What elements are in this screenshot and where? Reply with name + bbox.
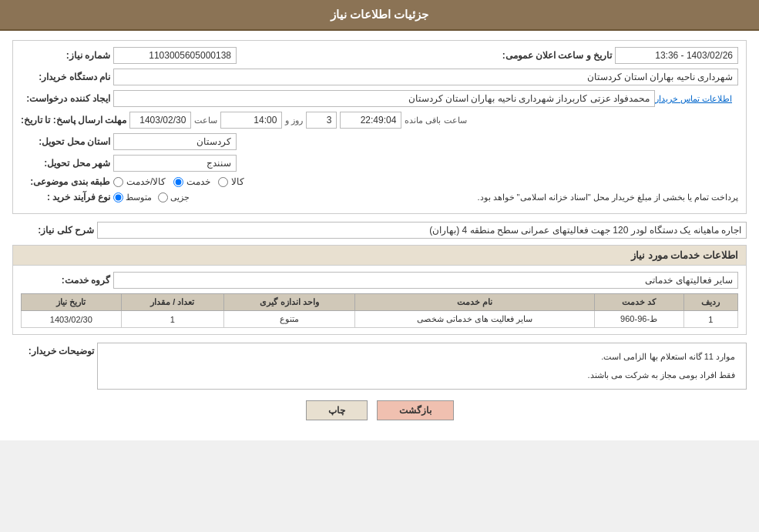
back-button[interactable]: بازگشت (377, 400, 454, 420)
city-value: سنندج (113, 155, 237, 172)
table-row: 1 ط-96-960 سایر فعالیت های خدماتی شخصی م… (22, 311, 738, 328)
purchase-type-group: متوسط جزیی پرداخت تمام یا بخشی از مبلغ خ… (113, 192, 738, 202)
cell-quantity: 1 (121, 311, 224, 328)
deadline-time: 14:00 (220, 112, 282, 129)
col-service-code: کد خدمت (594, 294, 683, 311)
purchase-motavaset[interactable]: متوسط (113, 192, 152, 202)
category-label: طبقه بندی موضوعی: (21, 176, 113, 187)
creator-value: محمدفواد عزتی کاربرداز شهرداری ناحیه بها… (113, 90, 655, 107)
col-service-name: نام خدمت (354, 294, 594, 311)
contact-link[interactable]: اطلاعات تماس خریدار (655, 94, 732, 104)
col-quantity: تعداد / مقدار (121, 294, 224, 311)
province-value: کردستان (113, 133, 237, 150)
service-group-value: سایر فعالیتهای خدماتی (113, 272, 738, 289)
services-table: ردیف کد خدمت نام خدمت واحد اندازه گیری ت… (21, 293, 738, 328)
category-kala-khedmat-label: کالا/خدمت (126, 176, 166, 187)
cell-row-num: 1 (683, 311, 737, 328)
need-description-label: شرح کلی نیاز: (12, 225, 97, 236)
cell-date: 1403/02/30 (22, 311, 122, 328)
col-unit: واحد اندازه گیری (224, 294, 355, 311)
need-description-row: شرح کلی نیاز: اجاره ماهیانه یک دستگاه لو… (12, 222, 747, 239)
creator-row: ایجاد کننده درخواست: محمدفواد عزتی کاربر… (21, 90, 738, 107)
category-kala-radio[interactable] (218, 177, 228, 187)
page-header: جزئیات اطلاعات نیاز (0, 0, 759, 31)
purchase-jozei-label: جزیی (170, 192, 190, 202)
province-row: استان محل تحویل: کردستان (21, 133, 738, 150)
category-kala[interactable]: کالا (218, 176, 244, 187)
purchase-type-row: نوع فرآیند خرید : متوسط جزیی پرداخت تمام… (21, 192, 738, 202)
buyer-org-value: شهرداری ناحیه بهاران استان کردستان (113, 69, 738, 85)
purchase-motavaset-label: متوسط (126, 192, 152, 202)
deadline-remaining: 22:49:04 (340, 112, 401, 129)
category-khedmat-radio[interactable] (173, 177, 183, 187)
purchase-jozei[interactable]: جزیی (158, 192, 190, 202)
print-button[interactable]: چاپ (306, 400, 368, 420)
buyer-org-label: نام دستگاه خریدار: (21, 72, 113, 82)
announcement-label: تاریخ و ساعت اعلان عمومی: (502, 50, 615, 61)
city-label: شهر محل تحویل: (21, 158, 113, 169)
service-group-label: گروه خدمت: (21, 275, 113, 286)
need-description-value: اجاره ماهیانه یک دستگاه لودر 120 جهت فعا… (97, 222, 747, 239)
col-date: تاریخ نیاز (22, 294, 122, 311)
deadline-time-label: ساعت (194, 115, 217, 125)
buyer-notes-box: موارد 11 گانه استعلام بها الزامی است. فق… (97, 343, 747, 390)
services-table-container: ردیف کد خدمت نام خدمت واحد اندازه گیری ت… (21, 293, 738, 328)
category-kala-label: کالا (231, 176, 244, 187)
deadline-remaining-label: ساعت باقی مانده (405, 115, 466, 125)
deadline-row: مهلت ارسال پاسخ: تا تاریخ: 1403/02/30 سا… (21, 112, 738, 129)
deadline-label: مهلت ارسال پاسخ: تا تاریخ: (21, 115, 129, 125)
purchase-jozei-radio[interactable] (158, 192, 168, 202)
category-kala-khedmat[interactable]: کالا/خدمت (113, 176, 166, 187)
buyer-notes-line2: فقط افراد بومی مجاز به شرکت می باشند. (102, 369, 741, 387)
col-row-num: ردیف (683, 294, 737, 311)
button-row: بازگشت چاپ (12, 400, 747, 431)
services-section-header: اطلاعات خدمات مورد نیاز (13, 246, 746, 266)
category-row: طبقه بندی موضوعی: کالا/خدمت خدمت کالا (21, 176, 738, 187)
purchase-motavaset-radio[interactable] (113, 192, 123, 202)
service-group-row: گروه خدمت: سایر فعالیتهای خدماتی (21, 272, 738, 289)
deadline-date: 1403/02/30 (129, 112, 191, 129)
city-row: شهر محل تحویل: سنندج (21, 155, 738, 172)
category-khedmat[interactable]: خدمت (173, 176, 210, 187)
page-title: جزئیات اطلاعات نیاز (331, 8, 428, 21)
need-number-value: 1103005605000138 (113, 47, 237, 64)
category-kala-khedmat-radio[interactable] (113, 177, 123, 187)
table-header-row: ردیف کد خدمت نام خدمت واحد اندازه گیری ت… (22, 294, 738, 311)
need-number-label: شماره نیاز: (21, 50, 113, 61)
buyer-notes-label: توضیحات خریدار: (12, 343, 97, 356)
purchase-type-label: نوع فرآیند خرید : (21, 192, 113, 202)
cell-code: ط-96-960 (594, 311, 683, 328)
cell-unit: متنوع (224, 311, 355, 328)
need-number-row: شماره نیاز: 1103005605000138 تاریخ و ساع… (21, 47, 738, 64)
cell-name: سایر فعالیت های خدماتی شخصی (354, 311, 594, 328)
services-section: اطلاعات خدمات مورد نیاز گروه خدمت: سایر … (12, 245, 747, 335)
buyer-notes-row: توضیحات خریدار: موارد 11 گانه استعلام به… (12, 343, 747, 390)
category-radio-group: کالا/خدمت خدمت کالا (113, 176, 738, 187)
province-label: استان محل تحویل: (21, 136, 113, 147)
deadline-day-label: روز و (285, 115, 303, 125)
announcement-value: 1403/02/26 - 13:36 (615, 47, 738, 64)
buyer-org-row: نام دستگاه خریدار: شهرداری ناحیه بهاران … (21, 69, 738, 85)
buyer-notes-line1: موارد 11 گانه استعلام بها الزامی است. (102, 346, 741, 369)
creator-label: ایجاد کننده درخواست: (21, 93, 113, 104)
deadline-days: 3 (306, 112, 337, 129)
basic-info-section: شماره نیاز: 1103005605000138 تاریخ و ساع… (12, 40, 747, 214)
category-khedmat-label: خدمت (186, 176, 210, 187)
purchase-type-note: پرداخت تمام یا بخشی از مبلغ خریدار محل "… (196, 192, 738, 202)
